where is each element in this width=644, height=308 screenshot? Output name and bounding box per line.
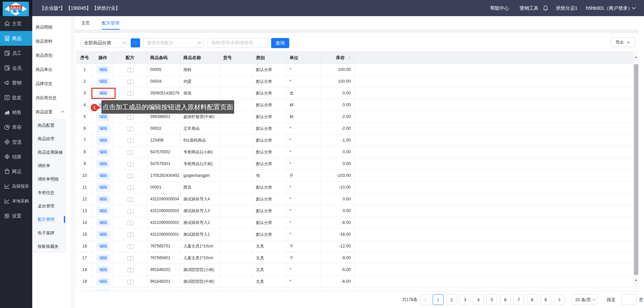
svg-text:爱宝: 爱宝 <box>10 10 21 13</box>
svg-text:AIBAO: AIBAO <box>11 6 21 9</box>
